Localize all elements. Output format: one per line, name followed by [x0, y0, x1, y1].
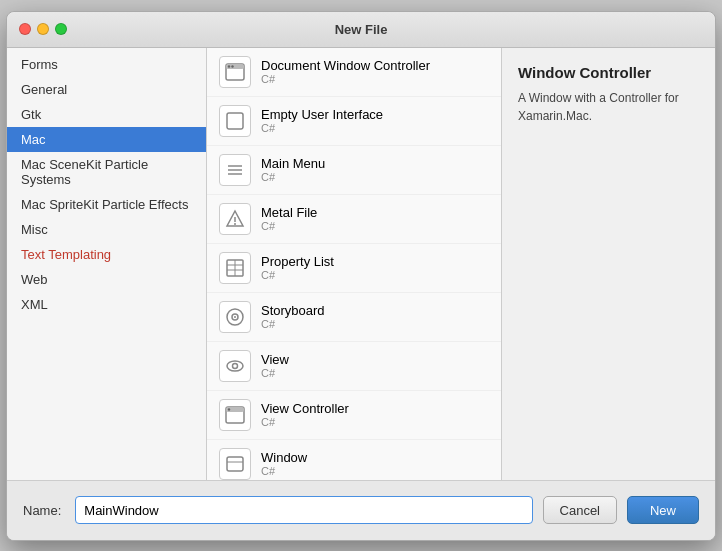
file-text: WindowC# [261, 450, 307, 477]
file-item-metal-file[interactable]: Metal FileC# [207, 195, 501, 244]
title-bar: New File [7, 12, 715, 48]
left-panel: FormsGeneralGtkMacMac SceneKit Particle … [7, 48, 207, 480]
file-subtitle: C# [261, 318, 325, 330]
cancel-button[interactable]: Cancel [543, 496, 617, 524]
file-item-main-menu[interactable]: Main MenuC# [207, 146, 501, 195]
file-text: StoryboardC# [261, 303, 325, 330]
sidebar-item-mac[interactable]: Mac [7, 127, 206, 152]
sidebar-item-xml[interactable]: XML [7, 292, 206, 317]
file-icon [219, 252, 251, 284]
window-title: New File [335, 22, 388, 37]
title-bar-buttons [19, 23, 67, 35]
file-text: Empty User InterfaceC# [261, 107, 383, 134]
file-title: Main Menu [261, 156, 325, 171]
file-title: Window [261, 450, 307, 465]
maximize-button[interactable] [55, 23, 67, 35]
sidebar-item-gtk[interactable]: Gtk [7, 102, 206, 127]
sidebar-item-misc[interactable]: Misc [7, 217, 206, 242]
right-panel: Window Controller A Window with a Contro… [502, 48, 715, 480]
name-label: Name: [23, 503, 61, 518]
file-text: Document Window ControllerC# [261, 58, 430, 85]
file-item-empty-user-interface[interactable]: Empty User InterfaceC# [207, 97, 501, 146]
file-item-document-window-controller[interactable]: Document Window ControllerC# [207, 48, 501, 97]
file-item-storyboard[interactable]: StoryboardC# [207, 293, 501, 342]
main-area: FormsGeneralGtkMacMac SceneKit Particle … [7, 48, 715, 480]
new-button[interactable]: New [627, 496, 699, 524]
minimize-button[interactable] [37, 23, 49, 35]
file-item-view-controller[interactable]: View ControllerC# [207, 391, 501, 440]
file-title: Property List [261, 254, 334, 269]
file-subtitle: C# [261, 73, 430, 85]
file-text: View ControllerC# [261, 401, 349, 428]
file-icon [219, 350, 251, 382]
file-subtitle: C# [261, 122, 383, 134]
sidebar-item-text-templating[interactable]: Text Templating [7, 242, 206, 267]
svg-point-2 [228, 65, 230, 67]
file-item-property-list[interactable]: Property ListC# [207, 244, 501, 293]
file-text: ViewC# [261, 352, 289, 379]
file-icon [219, 448, 251, 480]
file-item-window[interactable]: WindowC# [207, 440, 501, 480]
file-icon [219, 399, 251, 431]
sidebar-item-web[interactable]: Web [7, 267, 206, 292]
file-icon [219, 301, 251, 333]
close-button[interactable] [19, 23, 31, 35]
name-input[interactable] [75, 496, 532, 524]
detail-description: A Window with a Controller for Xamarin.M… [518, 89, 699, 125]
file-text: Metal FileC# [261, 205, 317, 232]
sidebar-item-general[interactable]: General [7, 77, 206, 102]
svg-rect-23 [227, 457, 243, 471]
file-title: Metal File [261, 205, 317, 220]
file-icon [219, 154, 251, 186]
file-text: Property ListC# [261, 254, 334, 281]
sidebar-item-mac-scenekit-particle-systems[interactable]: Mac SceneKit Particle Systems [7, 152, 206, 192]
file-icon [219, 105, 251, 137]
middle-panel: Document Window ControllerC#Empty User I… [207, 48, 502, 480]
file-subtitle: C# [261, 367, 289, 379]
file-subtitle: C# [261, 171, 325, 183]
file-icon [219, 203, 251, 235]
svg-point-19 [233, 363, 238, 368]
file-icon [219, 56, 251, 88]
file-title: Storyboard [261, 303, 325, 318]
svg-rect-4 [227, 113, 243, 129]
file-subtitle: C# [261, 269, 334, 281]
file-subtitle: C# [261, 465, 307, 477]
sidebar-item-forms[interactable]: Forms [7, 52, 206, 77]
svg-point-18 [227, 361, 243, 371]
new-file-window: New File FormsGeneralGtkMacMac SceneKit … [6, 11, 716, 541]
file-title: View Controller [261, 401, 349, 416]
file-subtitle: C# [261, 220, 317, 232]
file-item-view[interactable]: ViewC# [207, 342, 501, 391]
svg-point-17 [234, 316, 236, 318]
file-title: View [261, 352, 289, 367]
file-subtitle: C# [261, 416, 349, 428]
bottom-bar: Name: Cancel New [7, 480, 715, 540]
svg-point-22 [228, 408, 230, 410]
file-title: Empty User Interface [261, 107, 383, 122]
file-title: Document Window Controller [261, 58, 430, 73]
svg-point-10 [234, 223, 236, 225]
svg-point-3 [231, 65, 233, 67]
detail-title: Window Controller [518, 64, 699, 81]
sidebar-item-mac-spritekit-particle-effects[interactable]: Mac SpriteKit Particle Effects [7, 192, 206, 217]
file-text: Main MenuC# [261, 156, 325, 183]
